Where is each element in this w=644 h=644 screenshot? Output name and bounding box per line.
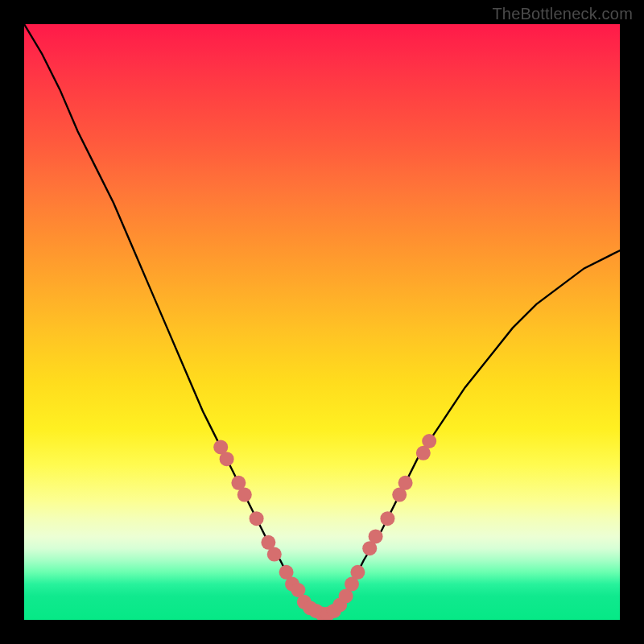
marker-point xyxy=(237,488,252,502)
marker-point xyxy=(220,452,234,466)
watermark-text: TheBottleneck.com xyxy=(492,5,633,23)
marker-group xyxy=(213,434,436,620)
marker-point xyxy=(350,565,365,580)
marker-point xyxy=(422,434,436,448)
chart-frame: TheBottleneck.com xyxy=(0,0,644,644)
marker-point xyxy=(380,511,394,526)
bottleneck-curve xyxy=(24,24,620,614)
marker-point xyxy=(369,529,383,543)
plot-area xyxy=(24,24,620,620)
marker-point xyxy=(267,547,282,562)
marker-point xyxy=(250,511,264,526)
marker-point xyxy=(398,476,413,490)
curve-layer xyxy=(24,24,620,620)
